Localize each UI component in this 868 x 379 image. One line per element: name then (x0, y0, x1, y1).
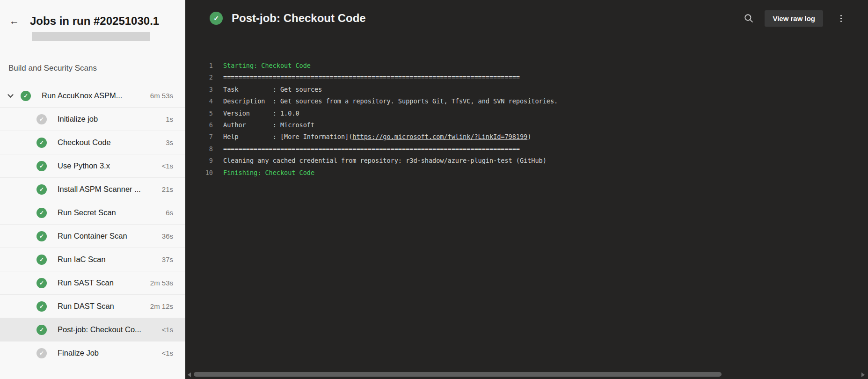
log-viewer: 1Starting: Checkout Code2===============… (185, 60, 868, 179)
log-text: Cleaning any cached credential from repo… (223, 155, 547, 167)
line-number[interactable]: 9 (185, 155, 213, 167)
stage-name: Build and Security Scans (0, 64, 185, 74)
line-number[interactable]: 8 (185, 143, 213, 155)
success-check-icon: ✓ (36, 231, 47, 241)
job-duration: <1s (158, 162, 173, 170)
loading-skeleton (32, 32, 150, 41)
log-text-segment: Cleaning any cached credential from repo… (223, 157, 547, 164)
log-text-segment: Starting: Checkout Code (223, 62, 311, 69)
log-header: ✓ Post-job: Checkout Code View raw log (185, 0, 868, 36)
job-label: Run DAST Scan (58, 302, 114, 311)
log-text-segment: ) (527, 133, 531, 140)
line-number[interactable]: 3 (185, 84, 213, 95)
log-text-segment: Description : Get sources from a reposit… (223, 97, 558, 105)
job-duration: 2m 12s (146, 302, 173, 310)
job-duration: 37s (158, 255, 173, 263)
log-line: 8=======================================… (185, 143, 868, 155)
log-text: Starting: Checkout Code (223, 60, 311, 72)
log-line: 6Author : Microsoft (185, 119, 868, 131)
more-options-button[interactable] (832, 10, 849, 27)
log-text: Help : [More Information](https://go.mic… (223, 131, 531, 143)
job-duration: 36s (158, 232, 173, 240)
line-number[interactable]: 7 (185, 131, 213, 143)
back-button[interactable]: ← (9, 14, 23, 28)
line-number[interactable]: 10 (185, 167, 213, 179)
job-row[interactable]: ✓Install ASPM Scanner ...21s (0, 177, 185, 201)
sidebar-header: ← Jobs in run #20251030.1 (0, 0, 185, 41)
job-success-icon: ✓ (210, 12, 223, 25)
log-link[interactable]: https://go.microsoft.com/fwlink/?LinkId=… (352, 133, 527, 140)
job-label: Run Secret Scan (58, 208, 116, 217)
scroll-right-arrow-icon[interactable] (861, 372, 865, 377)
log-text-segment: Help : [More Information]( (223, 133, 352, 140)
jobs-sidebar: ← Jobs in run #20251030.1 Build and Secu… (0, 0, 185, 379)
job-row[interactable]: ✓Run Container Scan36s (0, 224, 185, 248)
line-number[interactable]: 5 (185, 108, 213, 119)
success-check-icon: ✓ (36, 208, 47, 218)
line-number[interactable]: 6 (185, 119, 213, 131)
search-button[interactable] (740, 10, 757, 27)
log-text-segment: ========================================… (223, 73, 520, 81)
view-raw-log-button[interactable]: View raw log (765, 10, 823, 27)
search-icon (744, 14, 753, 23)
job-row[interactable]: ✓Use Python 3.x<1s (0, 154, 185, 177)
job-label: Run IaC Scan (58, 255, 106, 264)
job-duration: 6m 53s (146, 92, 173, 100)
job-row[interactable]: ✓Run AccuKnox ASPM...6m 53s (0, 84, 185, 107)
job-row[interactable]: ✓Run IaC Scan37s (0, 248, 185, 271)
success-check-icon: ✓ (36, 255, 47, 265)
job-row[interactable]: ✓Run DAST Scan2m 12s (0, 294, 185, 318)
job-duration: <1s (158, 326, 173, 334)
chevron-down-icon (7, 92, 14, 98)
line-number[interactable]: 4 (185, 95, 213, 107)
job-row[interactable]: ✓Checkout Code3s (0, 131, 185, 154)
line-number[interactable]: 2 (185, 72, 213, 83)
job-label: Checkout Code (58, 138, 111, 147)
pipeline-run-page: ← Jobs in run #20251030.1 Build and Secu… (0, 0, 868, 379)
log-text: Version : 1.0.0 (223, 108, 299, 119)
job-label: Use Python 3.x (58, 161, 110, 170)
log-line: 4Description : Get sources from a reposi… (185, 95, 868, 107)
success-check-icon: ✓ (36, 161, 47, 171)
log-text: ========================================… (223, 143, 520, 155)
job-label: Install ASPM Scanner ... (58, 185, 141, 194)
job-label: Run Container Scan (58, 232, 127, 241)
job-duration: 6s (162, 209, 173, 217)
scroll-left-arrow-icon[interactable] (188, 372, 191, 377)
job-label: Run SAST Scan (58, 278, 114, 287)
job-duration: <1s (158, 349, 173, 357)
line-number[interactable]: 1 (185, 60, 213, 72)
log-text-segment: Finishing: Checkout Code (223, 169, 314, 176)
log-text-segment: ========================================… (223, 145, 520, 153)
job-label: Post-job: Checkout Co... (58, 325, 141, 334)
log-title: Post-job: Checkout Code (232, 12, 366, 25)
scrollbar-thumb[interactable] (194, 372, 722, 377)
log-text: Task : Get sources (223, 84, 322, 95)
pending-check-icon: ✓ (36, 348, 47, 358)
expand-toggle[interactable] (0, 95, 21, 97)
success-check-icon: ✓ (36, 184, 47, 195)
job-row[interactable]: ✓Finalize Job<1s (0, 341, 185, 364)
log-text-segment: Author : Microsoft (223, 121, 314, 129)
log-text: Author : Microsoft (223, 119, 314, 131)
job-label: Finalize Job (58, 349, 99, 357)
success-check-icon: ✓ (36, 325, 47, 335)
log-line: 5Version : 1.0.0 (185, 108, 868, 119)
log-text-segment: Task : Get sources (223, 86, 322, 93)
job-duration: 2m 53s (146, 279, 173, 287)
success-check-icon: ✓ (21, 91, 31, 101)
log-panel: ✓ Post-job: Checkout Code View raw log 1… (185, 0, 868, 379)
success-check-icon: ✓ (36, 278, 47, 288)
job-row[interactable]: ✓Run Secret Scan6s (0, 201, 185, 224)
job-row[interactable]: ✓Post-job: Checkout Co...<1s (0, 318, 185, 341)
log-line: 2=======================================… (185, 72, 868, 83)
pending-check-icon: ✓ (36, 114, 47, 124)
horizontal-scrollbar[interactable] (186, 372, 867, 378)
job-label: Initialize job (58, 115, 98, 124)
job-list: ✓Run AccuKnox ASPM...6m 53s✓Initialize j… (0, 84, 185, 364)
job-duration: 1s (162, 115, 173, 123)
job-row[interactable]: ✓Initialize job1s (0, 107, 185, 131)
log-line: 1Starting: Checkout Code (185, 60, 868, 72)
job-row[interactable]: ✓Run SAST Scan2m 53s (0, 271, 185, 294)
job-duration: 21s (158, 185, 173, 193)
